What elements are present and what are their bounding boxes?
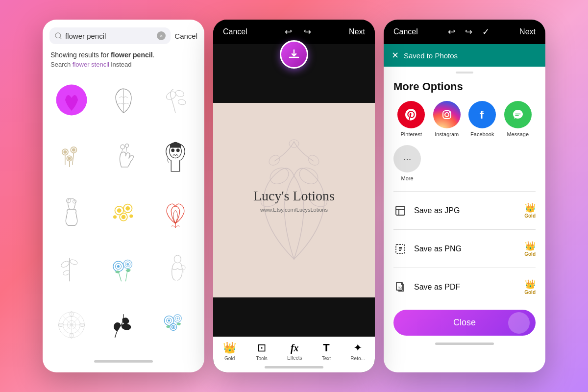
home-indicator bbox=[94, 360, 153, 363]
sticker-figure[interactable] bbox=[150, 244, 200, 294]
toolbar-tools-item[interactable]: ⊡ Tools bbox=[256, 342, 267, 361]
jpg-label: Save as JPG bbox=[414, 206, 524, 215]
sticker-leaf[interactable] bbox=[98, 75, 148, 125]
svg-point-69 bbox=[267, 165, 292, 187]
svg-point-20 bbox=[171, 148, 174, 152]
share-facebook[interactable]: Facebook bbox=[468, 101, 496, 137]
toolbar-gold-item[interactable]: 👑 Gold bbox=[223, 342, 236, 361]
toolbar-retouch-item[interactable]: ✦ Reto... bbox=[350, 342, 365, 361]
save-pdf-row[interactable]: PDF Save as PDF 👑 Gold bbox=[384, 272, 545, 302]
suggest-link[interactable]: flower stencil bbox=[73, 61, 109, 68]
share-pinterest[interactable]: Pinterest bbox=[397, 101, 425, 137]
search-box[interactable]: flower pencil × bbox=[49, 27, 171, 44]
toolbar-effects-item[interactable]: fx Effects bbox=[287, 343, 302, 361]
effects-icon: fx bbox=[291, 343, 299, 354]
svg-point-78 bbox=[449, 111, 450, 113]
pdf-crown-icon: 👑 bbox=[525, 279, 536, 290]
panel1-header: flower pencil × Cancel bbox=[43, 20, 204, 49]
panel3-home bbox=[384, 340, 545, 350]
drag-indicator bbox=[456, 72, 473, 74]
search-cancel-button[interactable]: Cancel bbox=[174, 32, 197, 40]
svg-point-74 bbox=[306, 153, 321, 167]
suggest-text: Search flower stencil instead bbox=[43, 60, 204, 73]
sticker-botanical[interactable] bbox=[47, 244, 97, 294]
save-png-row[interactable]: Save as PNG 👑 Gold bbox=[384, 234, 545, 264]
sticker-blue-roses[interactable] bbox=[98, 244, 148, 294]
share-message[interactable]: Message bbox=[504, 101, 532, 137]
svg-point-21 bbox=[176, 148, 180, 152]
home-indicator-2 bbox=[265, 366, 323, 368]
canvas-subtitle: www.Etsy.com/LucysLotions bbox=[260, 207, 328, 213]
sticker-yellow-daisies[interactable] bbox=[98, 188, 148, 238]
gold-icon: 👑 bbox=[223, 342, 236, 354]
options-cancel-button[interactable]: Cancel bbox=[393, 27, 418, 36]
options-undo-icon[interactable]: ↩ bbox=[448, 26, 455, 37]
options-redo-icon[interactable]: ↪ bbox=[465, 26, 472, 37]
svg-point-15 bbox=[121, 145, 125, 149]
results-info: Showing results for flower pencil. bbox=[43, 49, 204, 60]
jpg-gold-badge: 👑 Gold bbox=[524, 202, 536, 219]
gold-label: Gold bbox=[224, 356, 235, 361]
text-label: Text bbox=[322, 356, 331, 361]
pinterest-label: Pinterest bbox=[401, 131, 422, 137]
options-next-button[interactable]: Next bbox=[519, 27, 536, 36]
saved-dismiss-button[interactable]: ✕ bbox=[392, 50, 399, 61]
instagram-icon bbox=[433, 101, 461, 128]
jpg-icon bbox=[393, 204, 407, 218]
svg-text:PDF: PDF bbox=[398, 286, 403, 289]
download-fab-button[interactable] bbox=[280, 40, 308, 69]
svg-line-13 bbox=[73, 153, 74, 165]
sticker-vase[interactable] bbox=[47, 188, 97, 238]
more-icon-row: ··· More bbox=[384, 143, 545, 187]
sticker-skull-woman[interactable] bbox=[150, 131, 200, 181]
instagram-label: Instagram bbox=[435, 131, 459, 137]
sticker-floral-vine[interactable] bbox=[98, 300, 148, 350]
options-check-icon[interactable]: ✓ bbox=[482, 26, 490, 37]
close-button[interactable]: Close bbox=[393, 310, 536, 336]
sticker-lotus[interactable] bbox=[150, 188, 200, 238]
svg-point-45 bbox=[174, 255, 181, 263]
canvas-edit-icons: ↩ ↪ bbox=[285, 26, 311, 37]
stickers-grid bbox=[43, 73, 204, 356]
search-input[interactable]: flower pencil bbox=[65, 32, 154, 40]
save-jpg-row[interactable]: Save as JPG 👑 Gold bbox=[384, 196, 545, 225]
panel3-header: Cancel ↩ ↪ ✓ Next bbox=[384, 20, 545, 44]
svg-point-68 bbox=[172, 326, 174, 328]
canvas-content[interactable]: Lucy's Lotions www.Etsy.com/LucysLotions bbox=[213, 103, 375, 297]
search-panel: flower pencil × Cancel Showing results f… bbox=[43, 20, 204, 372]
canvas-cancel-button[interactable]: Cancel bbox=[223, 27, 247, 36]
retouch-icon: ✦ bbox=[353, 342, 362, 354]
canvas-next-button[interactable]: Next bbox=[349, 27, 365, 36]
pinterest-icon bbox=[397, 101, 425, 128]
clear-search-button[interactable]: × bbox=[157, 31, 166, 40]
canvas-area: Lucy's Lotions www.Etsy.com/LucysLotions bbox=[213, 44, 375, 337]
sticker-hand-flowers[interactable] bbox=[98, 131, 148, 181]
share-instagram[interactable]: Instagram bbox=[433, 101, 461, 137]
jpg-gold-text: Gold bbox=[524, 213, 536, 219]
svg-point-73 bbox=[267, 153, 282, 167]
message-icon bbox=[504, 101, 532, 128]
sticker-mandala[interactable] bbox=[47, 300, 97, 350]
download-icon bbox=[288, 49, 300, 60]
svg-point-62 bbox=[168, 319, 170, 321]
share-more[interactable]: ··· More bbox=[393, 145, 421, 181]
canvas-undo-icon[interactable]: ↩ bbox=[285, 26, 292, 37]
facebook-label: Facebook bbox=[470, 131, 494, 137]
results-query: flower pencil bbox=[111, 51, 153, 59]
sticker-branch[interactable] bbox=[150, 75, 200, 125]
sticker-daisies[interactable] bbox=[47, 131, 97, 181]
home-indicator-3 bbox=[435, 343, 494, 345]
png-label: Save as PNG bbox=[414, 245, 524, 253]
panel2-toolbar: 👑 Gold ⊡ Tools fx Effects T Text ✦ Reto.… bbox=[213, 337, 375, 364]
facebook-icon bbox=[468, 101, 496, 128]
canvas-redo-icon[interactable]: ↪ bbox=[304, 26, 311, 37]
retouch-label: Reto... bbox=[350, 356, 365, 361]
text-icon: T bbox=[323, 342, 329, 354]
toolbar-text-item[interactable]: T Text bbox=[322, 342, 331, 361]
sticker-blue-roses-2[interactable] bbox=[150, 300, 200, 350]
sticker-pink-circle[interactable] bbox=[47, 75, 97, 125]
canvas-panel: Cancel ↩ ↪ Next bbox=[213, 20, 375, 372]
divider-2 bbox=[393, 229, 536, 230]
tools-icon: ⊡ bbox=[257, 342, 266, 354]
panel2-home bbox=[213, 364, 375, 372]
